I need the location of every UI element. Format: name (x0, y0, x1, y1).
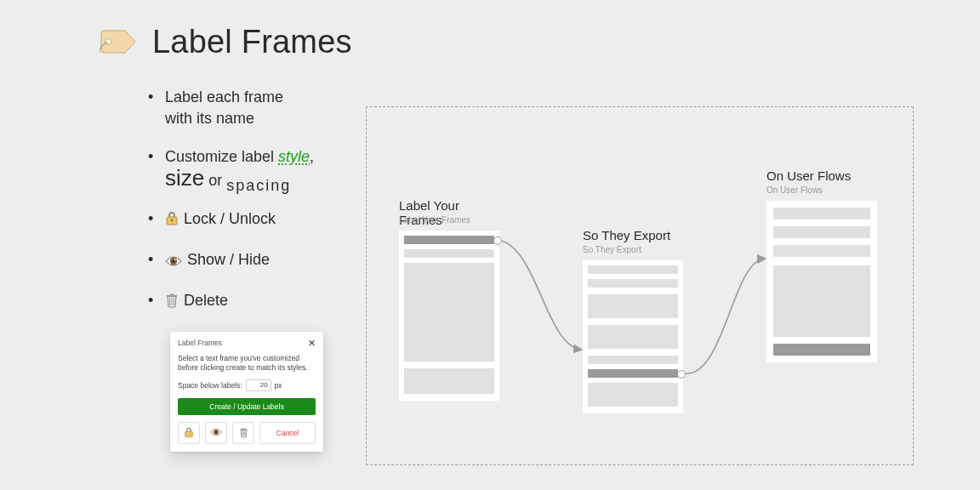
text: Delete (184, 292, 228, 309)
create-update-labels-button[interactable]: Create / Update Labels (178, 398, 316, 415)
space-below-labels-label: Space below labels: (178, 381, 242, 390)
eye-icon (210, 428, 222, 438)
svg-point-5 (174, 259, 176, 261)
trash-icon (239, 427, 248, 440)
close-icon[interactable]: ✕ (308, 339, 316, 346)
lock-icon (184, 427, 194, 440)
title-row: Label Frames (100, 26, 352, 58)
canvas-area: Label Your Frames Label Your Frames So T… (366, 106, 914, 465)
cancel-button[interactable]: Cancel (259, 422, 316, 444)
text: , (310, 148, 314, 165)
text: with its name (165, 110, 254, 127)
svg-point-8 (215, 431, 217, 433)
svg-rect-6 (185, 431, 193, 437)
bullet-delete: Delete (146, 290, 359, 314)
trash-icon (165, 293, 179, 314)
dialog-description: Select a text frame you've customized be… (178, 354, 316, 373)
page-title: Label Frames (152, 26, 352, 58)
feature-list: Label each frame with its name Customize… (146, 87, 359, 331)
dialog-title: Label Frames (178, 339, 222, 347)
dialog-actions: Cancel (178, 422, 316, 444)
lock-icon (165, 211, 179, 232)
bullet-show-hide: Show / Hide (146, 249, 359, 273)
tag-icon (100, 27, 137, 56)
text: or (204, 172, 226, 189)
text: Show / Hide (187, 251, 270, 268)
space-below-labels-row: Space below labels: 20 px (178, 379, 316, 391)
styled-word-size: size (165, 165, 204, 191)
dialog-header: Label Frames ✕ (178, 339, 316, 354)
svg-point-2 (171, 219, 174, 222)
space-below-labels-unit: px (275, 381, 282, 390)
styled-word-style: style (278, 148, 310, 165)
lock-button[interactable] (178, 422, 200, 444)
label-frames-dialog: Label Frames ✕ Select a text frame you'v… (170, 332, 323, 452)
styled-word-spacing: spacing (226, 177, 291, 194)
bullet-customize-style: Customize label style, size or spacing (146, 146, 359, 191)
connection-node (677, 370, 686, 379)
space-below-labels-input[interactable]: 20 (246, 379, 271, 391)
text: Customize label (165, 148, 278, 165)
text: Label each frame (165, 88, 283, 105)
text: Lock / Unlock (184, 210, 276, 227)
connection-node (493, 236, 502, 245)
flow-arrows (367, 107, 913, 464)
visibility-button[interactable] (205, 422, 227, 444)
bullet-lock-unlock: Lock / Unlock (146, 208, 359, 232)
eye-icon (165, 252, 182, 273)
bullet-label-each-frame: Label each frame with its name (146, 87, 359, 129)
delete-button[interactable] (232, 422, 254, 444)
